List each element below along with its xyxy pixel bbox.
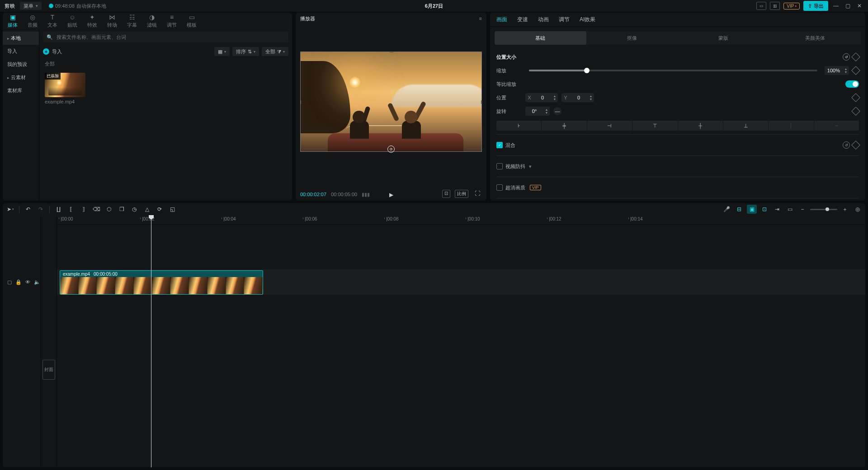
player-menu-icon[interactable]: ≡ [479, 16, 482, 21]
tool-split[interactable]: ∐ [53, 205, 63, 214]
media-search-input[interactable] [56, 34, 285, 40]
time-ruler[interactable]: |00:00 |00:02 |00:04 |00:06 |00:08 |00:1… [57, 215, 678, 225]
track-mute-icon[interactable]: 🔈 [34, 279, 40, 285]
track-visible-icon[interactable]: 👁 [25, 279, 30, 285]
blend-check[interactable]: ✓ [496, 142, 503, 148]
ptab-ai[interactable]: AI效果 [580, 16, 595, 24]
volume-icon[interactable]: ▮▮▮ [362, 192, 370, 197]
hd-check[interactable] [496, 184, 503, 191]
track-lock-icon[interactable]: 🔒 [15, 279, 22, 285]
save-text: 自动保存本地 [76, 3, 106, 9]
filter-dropdown[interactable]: 全部 ⧩ [262, 47, 288, 56]
fullscreen-icon[interactable]: ⛶ [473, 190, 482, 198]
label-position: 位置 [496, 94, 522, 101]
media-clip[interactable]: 已添加 example.mp4 [45, 73, 85, 104]
breadcrumb: 全部 [45, 61, 287, 67]
flip-button[interactable]: — [553, 107, 561, 115]
media-search: 🔍 [43, 32, 288, 42]
ptab-canvas[interactable]: 画面 [496, 16, 507, 24]
tab-template[interactable]: ▭模板 [182, 13, 202, 29]
stab-check[interactable] [496, 163, 503, 169]
tool-trim-right[interactable]: ⟧ [79, 205, 89, 214]
align-hcenter[interactable]: ╪ [542, 121, 586, 131]
tool-mirror[interactable]: △ [142, 205, 152, 214]
tool-mark[interactable]: ⬡ [104, 205, 114, 214]
menu-dropdown[interactable]: 菜单 [20, 2, 42, 10]
timeline-clip[interactable]: example.mp400:00:05:00 [60, 270, 263, 295]
tool-trim-left[interactable]: ⟦ [66, 205, 76, 214]
import-button[interactable]: +导入 [43, 48, 62, 55]
align-right[interactable]: ⊣ [587, 121, 632, 131]
section-position-size: 位置大小 [496, 54, 516, 61]
tool-undo[interactable]: ↶ [23, 205, 33, 214]
tick: |00:06 [305, 216, 317, 221]
tab-effect[interactable]: ✦特效 [82, 13, 102, 29]
clip-name: example.mp4 [63, 272, 90, 277]
align-top[interactable]: ⊤ [632, 121, 677, 131]
tick: |00:00 [61, 216, 73, 221]
ptab-adjust[interactable]: 调节 [559, 16, 570, 24]
ratio-button[interactable]: 比例 [455, 190, 468, 198]
tab-filter[interactable]: ◑滤镜 [142, 13, 162, 29]
align-bar: ⊦ ╪ ⊣ ⊤ ┼ ⊥ ┊ ┄ [496, 121, 678, 131]
timeline-toolbar: ➤ ↶ ↷ ∐ ⟦ ⟧ ⌫ ⬡ ❐ ◷ △ ⟳ ◱ 🎤 ⊟ ▣ ⊡ ⇥ ▭ − … [3, 203, 678, 215]
hd-row[interactable]: 超清画质VIP [496, 184, 541, 191]
side-import[interactable]: 导入 [3, 45, 39, 58]
tab-media[interactable]: ▣媒体 [3, 13, 23, 29]
player-canvas[interactable] [300, 52, 482, 152]
view-mode[interactable]: ▦ [214, 47, 230, 56]
tracks-area[interactable]: |00:00 |00:02 |00:04 |00:06 |00:08 |00:1… [57, 215, 678, 367]
tool-select[interactable]: ➤ [5, 205, 15, 214]
tab-adjust[interactable]: ≡调节 [162, 13, 182, 29]
stab-row[interactable]: 视频防抖▾ [496, 163, 532, 170]
category-tabs: ▣媒体 ◎音频 T文本 ☺贴纸 ✦特效 ⋈转场 ☷字幕 ◑滤镜 ≡调节 ▭模板 [3, 13, 292, 29]
tool-crop[interactable]: ◱ [167, 205, 177, 214]
tool-redo[interactable]: ↷ [36, 205, 46, 214]
tab-audio[interactable]: ◎音频 [23, 13, 42, 29]
tab-transition[interactable]: ⋈转场 [102, 13, 122, 29]
side-local[interactable]: 本地 [3, 32, 39, 45]
plus-icon: + [43, 48, 49, 55]
tool-copy[interactable]: ❐ [117, 205, 127, 214]
save-time: 09:48:08 [55, 3, 75, 9]
titlebar: 剪映 菜单 09:48:08 自动保存本地 6月27日 ▭ ▥ VIP ⇧导出 … [0, 0, 678, 12]
ptab-anim[interactable]: 动画 [538, 16, 549, 24]
play-button[interactable]: ▶ [389, 192, 393, 198]
pos-y[interactable]: Y0▲▼ [561, 93, 594, 102]
rot-value[interactable]: 0°▲▼ [525, 107, 550, 116]
clip-name: example.mp4 [45, 99, 85, 104]
ptab-speed[interactable]: 变速 [517, 16, 528, 24]
side-cloud[interactable]: 云素材 [3, 71, 39, 84]
tool-delete[interactable]: ⌫ [91, 205, 101, 214]
tick: |00:10 [467, 216, 480, 221]
clip-dur: 00:00:05:00 [94, 272, 118, 277]
label-scale: 缩放 [496, 67, 522, 74]
tab-text[interactable]: T文本 [42, 13, 62, 29]
tool-reverse[interactable]: ◷ [129, 205, 139, 214]
autosave-status: 09:48:08 自动保存本地 [49, 3, 106, 9]
cover-button[interactable]: 封面 [42, 360, 55, 367]
subtab-mask[interactable]: 蒙版 [678, 31, 678, 45]
tick: |00:04 [223, 216, 236, 221]
subtab-basic[interactable]: 基础 [495, 31, 586, 45]
align-left[interactable]: ⊦ [496, 121, 541, 131]
sort-dropdown[interactable]: 排序 ⇅ [232, 47, 259, 56]
scale-slider[interactable] [529, 70, 678, 71]
blend-row[interactable]: ✓混合 [496, 142, 515, 149]
properties-panel: 画面 变速 动画 调节 AI效果 基础 抠像 蒙版 美颜美体 位置大小 ↺ 缩放… [490, 13, 678, 201]
tab-caption[interactable]: ☷字幕 [122, 13, 142, 29]
subtab-cutout[interactable]: 抠像 [586, 31, 678, 45]
side-presets[interactable]: 我的预设 [3, 58, 39, 71]
side-library[interactable]: 素材库 [3, 84, 39, 97]
player-panel: 播放器≡ ⟳ 00:00:02:07 00:00:05:00 ▮▮▮ ▶ ⊡ 比… [296, 13, 486, 201]
tool-rotate[interactable]: ⟳ [155, 205, 165, 214]
media-sidebar: 本地 导入 我的预设 云素材 素材库 [3, 29, 39, 201]
align-vcenter[interactable]: ┼ [678, 121, 679, 131]
video-track[interactable]: example.mp400:00:05:00 [57, 269, 678, 295]
pos-x[interactable]: X0▲▼ [525, 93, 558, 102]
rotate-handle-icon[interactable]: ⟳ [387, 146, 395, 153]
track-target-icon[interactable]: ▢ [7, 279, 12, 285]
tick: |00:02 [142, 216, 155, 221]
tab-sticker[interactable]: ☺贴纸 [62, 13, 82, 29]
safezone-icon[interactable]: ⊡ [442, 190, 450, 198]
